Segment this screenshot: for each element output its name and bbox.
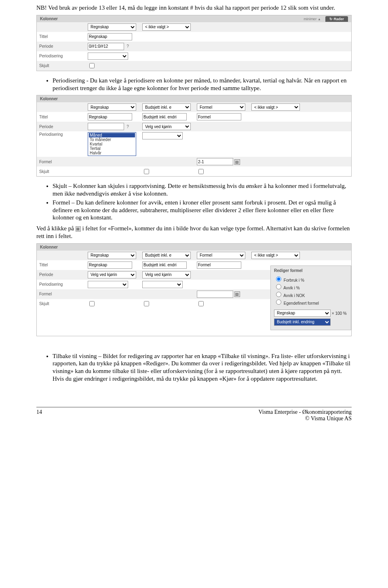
screenshot-kolonner-2: Kolonner Regnskap Budsjett inkl. e Forme… [36,95,352,177]
skjult-c3[interactable] [198,169,204,174]
label-skjult: Skjult [39,169,88,174]
label-periode: Periode [39,44,88,48]
tittel-c2[interactable] [142,261,187,269]
tittel-c1[interactable] [88,113,132,120]
bullet-periodisering: Periodisering - Du kan velge å periodise… [53,77,352,92]
formel-input[interactable] [197,158,233,165]
label-periode: Periode [39,272,88,277]
periodisering-dropdown-open[interactable]: Måned To måneder Kvartal Tertial Halvår [88,132,136,156]
rf-mult-text: × 100 % [332,311,347,315]
col2-select[interactable]: Budsjett inkl. e [142,252,191,259]
col1-select[interactable]: Regnskap [88,252,136,259]
screenshot-kolonner-1: Kolonner minimer ▲ ↻ Rader Regnskap < ik… [36,15,352,71]
rf-select-1[interactable]: Regnskap [274,310,331,317]
col2-select[interactable]: Budsjett inkl. e [142,103,191,111]
help-icon[interactable]: ? [125,44,130,48]
label-tittel: Tittel [39,115,88,119]
intro-paragraph: NB! Ved bruk av periode 13 eller 14, må … [36,4,352,12]
bullet-tilbake: Tilbake til visning – Bildet for rediger… [53,352,352,383]
rediger-formel-panel: Rediger formel Forbruk i % Avvik i % Avv… [270,266,351,330]
skjult-c3[interactable] [198,301,204,306]
skjult-checkbox[interactable] [89,63,95,68]
rf-title: Rediger formel [274,268,348,273]
periode-c1[interactable]: Velg ved kjørin [88,271,136,278]
skjult-c2[interactable] [144,301,149,306]
col1-select[interactable]: Regnskap [88,103,136,111]
periode-c1[interactable] [88,123,124,130]
label-periode: Periode [39,124,88,129]
label-skjult: Skjult [39,301,88,306]
col3-select[interactable]: Formel [197,252,245,259]
tittel-input[interactable] [88,33,132,40]
col-type-select[interactable]: Regnskap [88,23,136,31]
skjult-c2[interactable] [144,169,149,174]
label-tittel: Tittel [39,34,88,39]
ss3-title: Kolonner [40,245,58,249]
periodisering-c2[interactable] [142,281,183,288]
bullet-formel: Formel – Du kan definere kolonner for av… [53,199,352,221]
formel-input[interactable] [197,291,233,298]
rader-tab[interactable]: ↻ Rader [325,16,348,22]
periodisering-c2[interactable] [142,132,183,139]
rf-select-2[interactable]: Budsjett inkl. endring [274,318,331,326]
col4-select[interactable]: < ikke valgt > [251,252,300,259]
col4-select[interactable]: < ikke valgt > [251,103,300,111]
tittel-c1[interactable] [88,261,132,269]
footer-line2: © Visma Unique AS [259,415,352,422]
rf-opt-avvik-nok[interactable]: Avvik i NOK [274,291,348,298]
help-icon[interactable]: ? [125,124,130,129]
page-footer: 14 Visma Enterprise - Økonomirapporterin… [36,407,352,422]
minimer-link[interactable]: minimer [304,17,316,21]
label-periodisering: Periodisering [39,282,88,287]
dd-option[interactable]: Tertial [89,146,135,151]
ss2-title: Kolonner [40,97,58,101]
ss1-title: Kolonner [40,17,58,21]
periode-c2[interactable]: Velg ved kjørin [142,271,191,278]
label-formel: Formel [39,160,88,164]
tittel-c2[interactable] [142,113,187,120]
col3-select[interactable]: Formel [197,103,245,111]
periodisering-select[interactable] [88,53,128,60]
col-type-select-2[interactable]: < ikke valgt > [142,23,191,31]
tittel-c3[interactable] [197,113,241,120]
page-number: 14 [36,409,42,422]
screenshot-kolonner-3: Kolonner Regnskap Budsjett inkl. e Forme… [36,243,352,336]
label-formel: Formel [39,292,88,296]
skjult-c1[interactable] [89,301,95,306]
dd-option[interactable]: Måned [89,133,135,137]
formel-click-para: Ved å klikke på ▤ i feltet for «Formel»,… [36,225,352,240]
dd-option[interactable]: Halvår [89,151,135,155]
label-periodisering: Periodisering [39,54,88,58]
label-skjult: Skjult [39,63,88,68]
periode-c2[interactable]: Velg ved kjørin [142,123,191,130]
formula-edit-icon: ▤ [76,226,81,232]
label-tittel: Tittel [39,263,88,267]
periodisering-c1[interactable] [88,281,128,288]
rf-opt-avvik-pct[interactable]: Avvik i % [274,283,348,290]
footer-line1: Visma Enterprise - Økonomirapportering [259,409,352,415]
chevron-up-icon[interactable]: ▲ [318,17,321,21]
tittel-c3[interactable] [197,261,241,269]
dd-option[interactable]: Kvartal [89,142,135,146]
dd-option[interactable]: To måneder [89,137,135,142]
label-periodisering: Periodisering [39,132,88,137]
bullet-skjult: Skjult – Kolonner kan skjules i rapportv… [53,182,352,198]
formula-edit-icon[interactable]: ▤ [234,291,240,297]
periode-input[interactable] [88,43,124,50]
rf-opt-forbruk[interactable]: Forbruk i % [274,275,348,282]
rf-opt-egendef[interactable]: Egendefinert formel [274,298,348,306]
formula-edit-icon[interactable]: ▤ [234,159,240,165]
